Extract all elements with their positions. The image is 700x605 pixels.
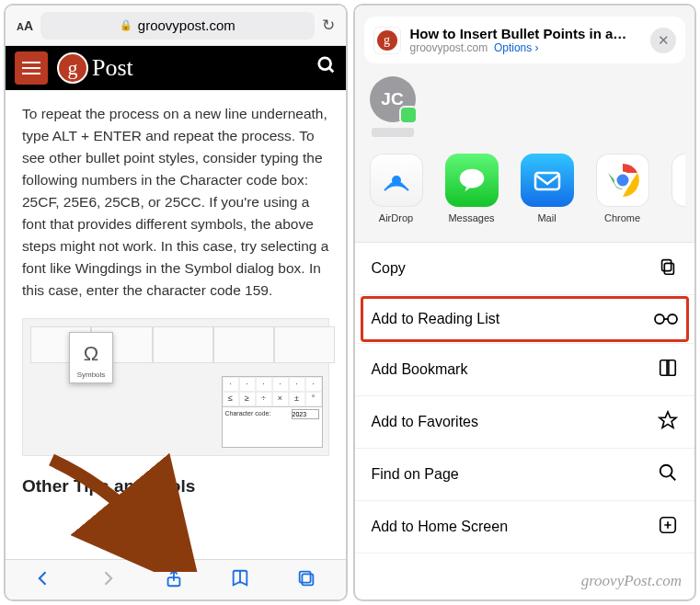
- chrome-icon: [596, 154, 649, 207]
- menu-button[interactable]: [15, 51, 48, 85]
- action-reading-list[interactable]: Add to Reading List: [355, 295, 695, 344]
- action-list: Copy Add to Reading List Add Bookmark Ad…: [355, 242, 695, 554]
- article-body: To repeat the process on a new line unde…: [6, 90, 346, 559]
- airdrop-app[interactable]: AirDrop: [370, 154, 423, 223]
- left-phone: AA 🔒 groovypost.com ↻ g Post To repeat t…: [4, 4, 348, 601]
- share-sheet-top: g How to Insert Bullet Points in a… groo…: [355, 6, 695, 242]
- svg-point-13: [655, 314, 664, 324]
- chrome-app[interactable]: Chrome: [596, 154, 649, 223]
- svg-marker-15: [660, 412, 676, 428]
- symbol-dialog: ······ ≤≥÷×±° Character code:: [222, 376, 323, 448]
- url-field[interactable]: 🔒 groovypost.com: [40, 12, 314, 40]
- svg-line-17: [671, 475, 676, 481]
- book-icon: [658, 358, 678, 382]
- svg-point-6: [459, 169, 484, 188]
- more-app-partial[interactable]: [671, 154, 686, 223]
- svg-rect-3: [303, 574, 314, 585]
- messages-badge-icon: [399, 106, 418, 124]
- contact-suggestion[interactable]: JC: [370, 76, 416, 137]
- action-add-home-screen[interactable]: Add to Home Screen: [355, 501, 695, 554]
- site-logo[interactable]: g Post: [57, 52, 133, 84]
- article-screenshot: Ω Symbols ······ ≤≥÷×±° Character code:: [22, 318, 329, 456]
- plus-square-icon: [658, 515, 678, 539]
- lock-icon: 🔒: [120, 19, 132, 31]
- svg-rect-4: [300, 571, 311, 582]
- charcode-input[interactable]: [292, 409, 319, 419]
- action-copy[interactable]: Copy: [355, 243, 695, 295]
- back-button[interactable]: [34, 569, 52, 591]
- svg-point-0: [318, 58, 330, 70]
- watermark: groovyPost.com: [581, 572, 682, 590]
- mail-app[interactable]: Mail: [521, 154, 574, 223]
- messages-icon: [445, 154, 499, 207]
- action-find-on-page[interactable]: Find on Page: [355, 449, 695, 501]
- safari-address-bar: AA 🔒 groovypost.com ↻: [6, 6, 346, 46]
- tabs-button[interactable]: [296, 568, 316, 592]
- contact-row: JC: [364, 63, 686, 141]
- partial-app-icon: [671, 154, 686, 207]
- messages-app[interactable]: Messages: [445, 154, 499, 223]
- article-paragraph: To repeat the process on a new line unde…: [22, 103, 329, 302]
- bookmarks-button[interactable]: [230, 568, 250, 592]
- airdrop-icon: [370, 154, 423, 207]
- close-button[interactable]: ✕: [650, 28, 676, 53]
- app-row: AirDrop Messages Mail Chrome: [364, 141, 686, 236]
- section-heading: Other Tips and Tools: [22, 473, 329, 499]
- avatar: JC: [370, 76, 416, 122]
- copy-icon: [658, 257, 678, 280]
- url-domain: groovypost.com: [138, 17, 235, 33]
- omega-icon: Ω: [70, 338, 112, 370]
- reload-icon[interactable]: ↻: [322, 16, 335, 35]
- forward-button[interactable]: [98, 569, 117, 591]
- share-thumbnail: g: [373, 27, 401, 54]
- share-title: How to Insert Bullet Points in a…: [410, 26, 627, 41]
- symbol-button: Ω Symbols: [69, 332, 113, 383]
- svg-rect-7: [535, 173, 559, 189]
- svg-line-1: [328, 68, 333, 73]
- logo-badge: g: [57, 52, 88, 84]
- safari-toolbar: [6, 559, 346, 599]
- svg-point-14: [668, 314, 677, 324]
- logo-text: Post: [92, 54, 133, 82]
- search-icon: [658, 462, 678, 486]
- contact-name-placeholder: [372, 128, 414, 137]
- reader-aa-button[interactable]: AA: [17, 18, 33, 33]
- action-add-bookmark[interactable]: Add Bookmark: [355, 344, 695, 396]
- share-domain: groovypost.com: [410, 41, 488, 54]
- star-icon: [658, 410, 678, 434]
- share-options-link[interactable]: Options ›: [494, 41, 539, 54]
- svg-rect-12: [662, 260, 671, 271]
- mail-icon: [521, 154, 574, 207]
- share-button[interactable]: [164, 568, 184, 592]
- svg-point-16: [660, 465, 672, 477]
- site-search-icon[interactable]: [316, 55, 337, 81]
- right-phone: g How to Insert Bullet Points in a… groo…: [353, 4, 697, 601]
- share-header: g How to Insert Bullet Points in a… groo…: [364, 17, 686, 63]
- glasses-icon: [654, 309, 678, 329]
- svg-rect-11: [664, 263, 673, 274]
- action-add-favorites[interactable]: Add to Favorites: [355, 396, 695, 449]
- site-header: g Post: [6, 46, 346, 90]
